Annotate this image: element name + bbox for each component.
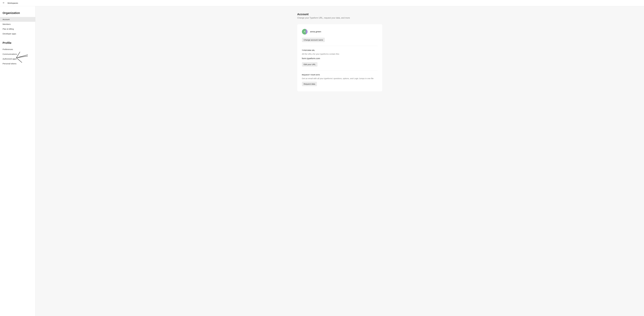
top-bar: Workspaces	[0, 0, 644, 6]
avatar: A	[302, 29, 308, 35]
sidebar-group-organization: Organization	[0, 11, 35, 17]
edit-url-button[interactable]: Edit your URL	[302, 62, 318, 67]
typeform-url-label: TYPEFORM URL	[302, 50, 378, 51]
sidebar-item-authorized-apps[interactable]: Authorized apps	[0, 57, 35, 61]
sidebar-item-plan-billing[interactable]: Plan & billing	[0, 27, 35, 31]
change-account-name-button[interactable]: Change account name	[302, 38, 325, 42]
request-data-desc: Get an email with all your typeforms' qu…	[302, 77, 378, 80]
back-icon[interactable]	[2, 2, 5, 5]
request-data-label: REQUEST YOUR DATA	[302, 74, 378, 76]
sidebar-item-preferences[interactable]: Preferences	[0, 47, 35, 52]
sidebar-item-members[interactable]: Members	[0, 22, 35, 27]
sidebar-item-personal-tokens[interactable]: Personal tokens	[0, 61, 35, 66]
main-area: Account Change your Typeform URL, reques…	[36, 6, 644, 316]
request-data-button[interactable]: Request data	[302, 82, 317, 86]
sidebar-item-developer-apps[interactable]: Developer apps	[0, 31, 35, 36]
breadcrumb[interactable]: Workspaces	[8, 2, 18, 4]
typeform-url-value: form.typeform.com	[302, 57, 378, 60]
page-title: Account	[297, 13, 382, 16]
account-card: A anna.green Change account name TYPEFOR…	[297, 24, 382, 91]
typeform-url-desc: All the URLs for your typeforms contain …	[302, 53, 378, 55]
sidebar-item-account[interactable]: Account	[0, 17, 35, 22]
sidebar-group-profile: Profile	[0, 41, 35, 47]
sidebar: Organization Account Members Plan & bill…	[0, 6, 36, 316]
sidebar-item-communications[interactable]: Communications	[0, 52, 35, 57]
page-subtitle: Change your Typeform URL, request your d…	[297, 17, 382, 19]
account-username: anna.green	[310, 31, 321, 33]
avatar-letter: A	[302, 29, 308, 35]
